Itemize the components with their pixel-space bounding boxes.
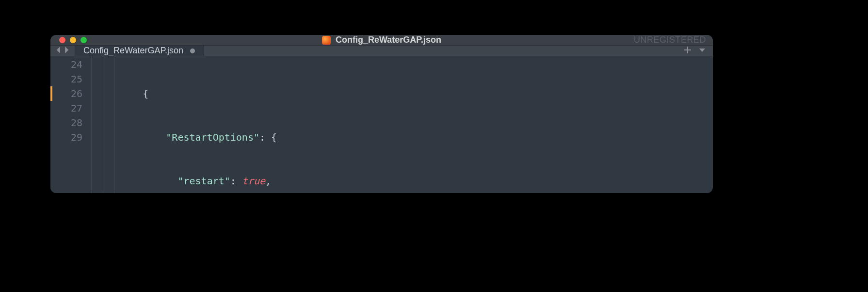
tab-label: Config_ReWaterGAP.json xyxy=(83,46,183,56)
line-number: 26 xyxy=(50,86,82,101)
file-tab[interactable]: Config_ReWaterGAP.json xyxy=(75,46,204,56)
nav-back-icon[interactable] xyxy=(55,47,62,55)
line-number: 24 xyxy=(50,57,82,72)
line-number: 25 xyxy=(50,72,82,86)
window-controls xyxy=(59,37,87,43)
window-title-text: Config_ReWaterGAP.json xyxy=(336,35,441,45)
line-number-gutter: 24 25 26 27 28 29 xyxy=(50,56,88,193)
file-type-icon xyxy=(322,36,331,45)
editor-window: Config_ReWaterGAP.json UNREGISTERED Conf… xyxy=(50,35,713,193)
zoom-window-button[interactable] xyxy=(80,37,87,43)
tab-bar: Config_ReWaterGAP.json xyxy=(50,46,713,56)
code-content[interactable]: { "RestartOptions": { "restart": true, "… xyxy=(119,56,713,193)
line-number: 29 xyxy=(50,130,82,145)
code-line: "restart": true, xyxy=(119,174,713,188)
modified-line-marker xyxy=(50,86,52,101)
code-line: { xyxy=(119,86,713,101)
dirty-indicator-icon xyxy=(190,49,195,53)
code-editor[interactable]: 24 25 26 27 28 29 { "RestartOptions": { … xyxy=(50,56,713,193)
line-number: 28 xyxy=(50,115,82,130)
new-tab-icon[interactable] xyxy=(684,46,691,56)
nav-forward-icon[interactable] xyxy=(63,47,70,55)
tab-dropdown-icon[interactable] xyxy=(698,46,706,56)
window-title: Config_ReWaterGAP.json xyxy=(50,35,713,45)
tab-bar-actions xyxy=(684,46,713,56)
tab-history-nav xyxy=(50,46,75,56)
code-line: "RestartOptions": { xyxy=(119,130,713,145)
indent-guides xyxy=(88,56,119,193)
titlebar: Config_ReWaterGAP.json UNREGISTERED xyxy=(50,35,713,46)
minimize-window-button[interactable] xyxy=(70,37,76,43)
line-number: 27 xyxy=(50,101,82,115)
close-window-button[interactable] xyxy=(59,37,65,43)
license-status[interactable]: UNREGISTERED xyxy=(634,35,706,45)
